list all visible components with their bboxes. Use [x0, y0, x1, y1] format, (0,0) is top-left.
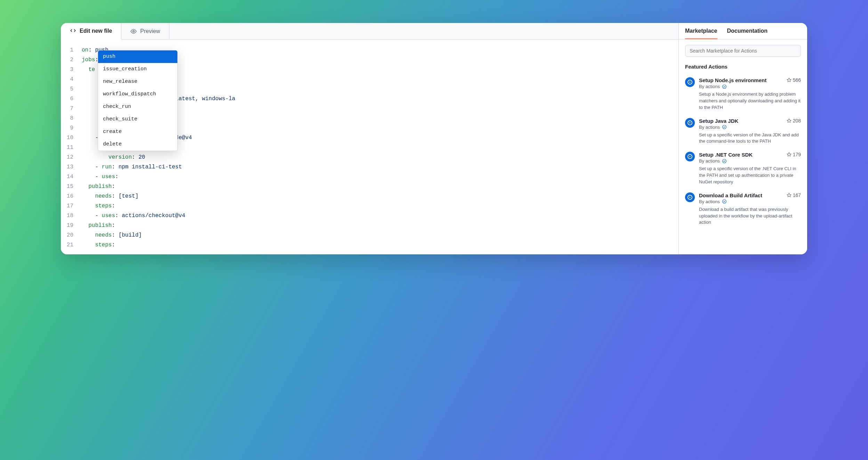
action-play-icon [685, 77, 695, 87]
tab-edit-label: Edit new file [80, 28, 112, 34]
featured-actions-list: Setup Node.js environment 566 By actions… [685, 74, 801, 229]
autocomplete-option[interactable]: issue_creation [98, 63, 177, 76]
action-byline: By actions [699, 199, 801, 204]
autocomplete-popup[interactable]: pushissue_creationnew_releaseworkflow_di… [98, 50, 178, 151]
action-item[interactable]: Setup .NET Core SDK 179 By actions Set u… [685, 148, 801, 189]
action-stars[interactable]: 167 [787, 192, 801, 198]
star-icon [787, 152, 791, 157]
star-icon [787, 78, 791, 82]
code-line[interactable]: steps: [82, 240, 678, 250]
verified-icon [722, 159, 727, 164]
code-line[interactable]: - run: npm install-ci-test [82, 162, 678, 172]
tab-preview-label: Preview [140, 28, 160, 34]
code-editor[interactable]: 123456789101112131415161718192021 on: pu… [61, 40, 678, 254]
tab-marketplace[interactable]: Marketplace [685, 28, 717, 39]
action-body: Setup Java JDK 208 By actions Set up a s… [699, 118, 801, 145]
action-description: Set up a specific version of the Java JD… [699, 132, 801, 145]
action-body: Setup Node.js environment 566 By actions… [699, 77, 801, 111]
action-stars[interactable]: 179 [787, 152, 801, 157]
star-count: 167 [793, 192, 801, 198]
verified-icon [722, 125, 727, 129]
action-item[interactable]: Setup Java JDK 208 By actions Set up a s… [685, 114, 801, 149]
code-line[interactable]: version: 20 [82, 152, 678, 162]
action-item[interactable]: Download a Build Artifact 167 By actions… [685, 189, 801, 230]
autocomplete-option[interactable]: create [98, 126, 177, 138]
action-byline: By actions [699, 84, 801, 89]
action-title: Setup Node.js environment [699, 77, 766, 83]
action-play-icon [685, 118, 695, 128]
action-body: Download a Build Artifact 167 By actions… [699, 192, 801, 226]
action-description: Setup a Node.js environment by adding pr… [699, 91, 801, 111]
action-title: Setup Java JDK [699, 118, 738, 124]
autocomplete-option[interactable]: push [98, 50, 177, 63]
action-title: Setup .NET Core SDK [699, 152, 753, 158]
marketplace-search-input[interactable] [685, 45, 801, 57]
action-item[interactable]: Setup Node.js environment 566 By actions… [685, 74, 801, 114]
star-count: 179 [793, 152, 801, 157]
code-line[interactable]: - uses: actions/checkout@v4 [82, 211, 678, 221]
featured-actions-title: Featured Actions [685, 64, 801, 70]
verified-icon [722, 84, 727, 89]
editor-pane: Edit new file Preview 123456789101112131… [61, 23, 678, 254]
verified-icon [722, 199, 727, 204]
action-byline: By actions [699, 125, 801, 130]
editor-tab-row: Edit new file Preview [61, 23, 678, 40]
code-line[interactable]: publish: [82, 182, 678, 191]
marketplace-pane: Marketplace Documentation Featured Actio… [678, 23, 807, 254]
autocomplete-option[interactable]: delete [98, 138, 177, 151]
code-line[interactable]: - uses: [82, 172, 678, 182]
svg-point-0 [133, 30, 135, 32]
autocomplete-option[interactable]: check_run [98, 101, 177, 113]
autocomplete-option[interactable]: workflow_dispatch [98, 88, 177, 101]
autocomplete-option[interactable]: new_release [98, 76, 177, 88]
code-line[interactable]: steps: [82, 201, 678, 211]
autocomplete-option[interactable]: check_suite [98, 113, 177, 126]
action-description: Download a build artifact that was previ… [699, 206, 801, 226]
action-description: Set up a specific version of the .NET Co… [699, 166, 801, 185]
star-count: 208 [793, 118, 801, 124]
tab-preview[interactable]: Preview [121, 23, 169, 39]
tab-documentation[interactable]: Documentation [727, 28, 767, 39]
line-gutter: 123456789101112131415161718192021 [61, 45, 78, 254]
star-icon [787, 118, 791, 123]
action-stars[interactable]: 566 [787, 77, 801, 83]
code-line[interactable]: needs: [test] [82, 191, 678, 201]
action-play-icon [685, 192, 695, 202]
action-stars[interactable]: 208 [787, 118, 801, 124]
action-title: Download a Build Artifact [699, 192, 762, 198]
editor-window: Edit new file Preview 123456789101112131… [61, 23, 807, 254]
side-tab-row: Marketplace Documentation [679, 23, 807, 39]
action-byline: By actions [699, 158, 801, 164]
code-line[interactable]: needs: [build] [82, 230, 678, 240]
star-icon [787, 193, 791, 198]
action-body: Setup .NET Core SDK 179 By actions Set u… [699, 152, 801, 185]
star-count: 566 [793, 77, 801, 83]
side-body: Featured Actions Setup Node.js environme… [679, 39, 807, 254]
action-play-icon [685, 152, 695, 161]
eye-icon [130, 28, 137, 34]
code-line[interactable]: publish: [82, 221, 678, 230]
tab-edit-file[interactable]: Edit new file [61, 23, 121, 40]
code-icon [70, 28, 76, 34]
